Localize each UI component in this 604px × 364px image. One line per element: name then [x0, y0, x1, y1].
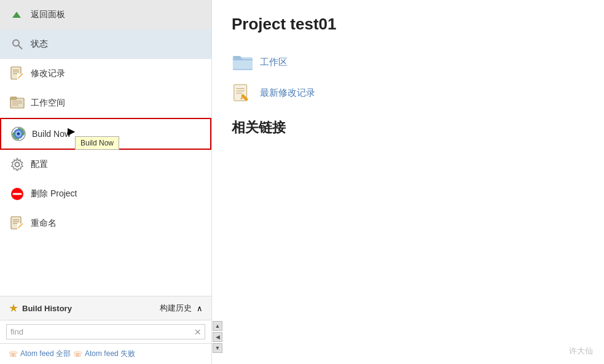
page-title: Project test01	[232, 15, 584, 34]
changelog-link[interactable]: 最新修改记录	[260, 87, 315, 99]
workspace-link-item[interactable]: 工作区	[232, 51, 584, 73]
sidebar-item-workspace[interactable]: 工作空间	[0, 88, 211, 118]
svg-point-20	[15, 163, 20, 167]
sidebar-item-back[interactable]: 返回面板	[0, 0, 211, 29]
build-history-section: ★ Build History 构建历史 ∧ ✕ ▲ ◀ ▼ ☏ Atom fe…	[0, 296, 211, 364]
sidebar-item-delete[interactable]: 删除 Project	[0, 179, 211, 209]
workspace-icon	[9, 95, 26, 112]
workspace-folder-icon	[232, 51, 254, 73]
build-history-title-en: Build History	[22, 304, 72, 313]
workspace-link[interactable]: 工作区	[260, 56, 288, 68]
search-icon	[9, 36, 26, 53]
sidebar-item-label-delete: 删除 Project	[31, 188, 77, 199]
buildnow-icon	[10, 125, 27, 142]
svg-point-17	[17, 133, 20, 136]
sidebar-item-label-buildnow: Build Now	[32, 129, 71, 139]
sidebar-item-label-changelog: 修改记录	[31, 68, 65, 79]
scroll-down-button[interactable]: ▼	[213, 343, 222, 353]
sidebar-item-label-status: 状态	[31, 39, 48, 50]
sidebar-item-label-workspace: 工作空间	[31, 98, 65, 109]
sidebar: 返回面板 状态 修改记录	[0, 0, 212, 364]
sidebar-item-label-back: 返回面板	[31, 9, 65, 20]
sidebar-item-rename[interactable]: 重命名	[0, 209, 211, 238]
atom-feed-all-link[interactable]: Atom feed 全部	[20, 349, 71, 359]
build-history-gear-icon: ★	[9, 301, 18, 315]
edit-icon	[9, 65, 26, 82]
atom-feed-row: ☏ Atom feed 全部 ☏ Atom feed 失败	[0, 344, 211, 364]
atom-icon-all: ☏	[9, 350, 18, 358]
watermark: 许大仙	[569, 346, 593, 357]
delete-icon	[9, 185, 26, 203]
scroll-up-button[interactable]: ▲	[213, 321, 222, 331]
content-links: 工作区 最新修改记录	[232, 51, 584, 104]
svg-point-0	[13, 40, 19, 46]
buildnow-tooltip: Build Now	[75, 136, 119, 150]
section-title: 相关链接	[232, 118, 584, 137]
atom-icon-failed: ☏	[73, 350, 82, 358]
build-search-input[interactable]	[6, 324, 205, 339]
rename-icon	[9, 215, 26, 232]
collapse-icon[interactable]: ∧	[197, 304, 203, 313]
sidebar-item-config[interactable]: 配置	[0, 150, 211, 179]
sidebar-item-status[interactable]: 状态	[0, 29, 211, 59]
build-history-title-zh: 构建历史	[160, 303, 192, 314]
changelog-doc-icon	[232, 82, 254, 104]
svg-line-1	[18, 45, 22, 49]
build-search-container: ✕ ▲ ◀ ▼	[0, 320, 211, 344]
scroll-mid-button[interactable]: ◀	[213, 332, 222, 342]
back-icon	[9, 6, 26, 23]
sidebar-item-buildnow[interactable]: Build Now ▶ Build Now	[0, 118, 211, 150]
sidebar-item-label-config: 配置	[31, 159, 48, 170]
atom-feed-failed-link[interactable]: Atom feed 失败	[85, 349, 135, 359]
gear-icon	[9, 156, 26, 173]
build-history-header: ★ Build History 构建历史 ∧	[0, 296, 211, 320]
scroll-controls: ▲ ◀ ▼	[213, 320, 222, 354]
search-clear-icon[interactable]: ✕	[194, 327, 202, 337]
sidebar-item-label-rename: 重命名	[31, 218, 57, 229]
sidebar-item-changelog[interactable]: 修改记录	[0, 59, 211, 88]
main-content: Project test01 工作区	[212, 0, 604, 364]
svg-rect-10	[10, 97, 17, 99]
changelog-link-item[interactable]: 最新修改记录	[232, 82, 584, 104]
